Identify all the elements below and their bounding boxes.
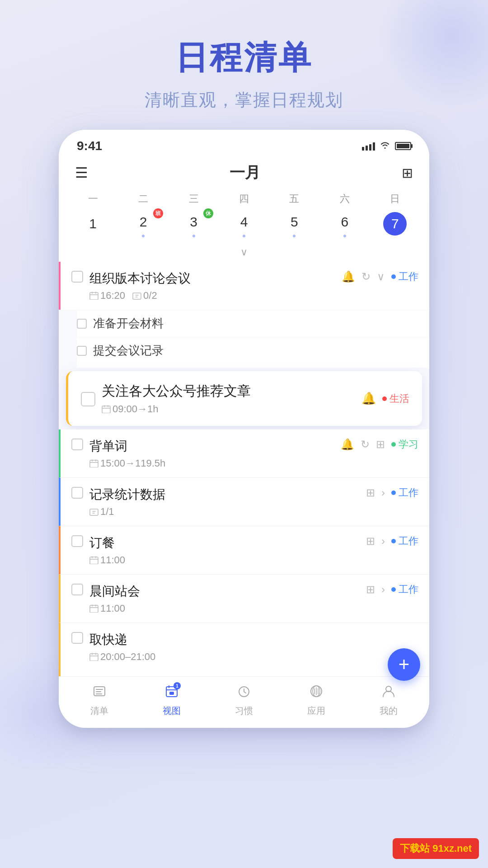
grid-icon-6: ⊞ (366, 583, 375, 596)
task-content-2: 关注各大公众号推荐文章 09:00→1h (102, 382, 355, 415)
task-item-4[interactable]: 记录统计数据 1/1 ⊞ › 工作 (59, 477, 429, 526)
svg-rect-0 (90, 292, 98, 300)
weekdays-row: 一 二 三 四 五 六 日 (59, 190, 429, 208)
watermark-highlight: 下载站 (400, 843, 430, 854)
expand-icon[interactable]: ∨ (377, 270, 385, 283)
nav-label-list: 清单 (90, 705, 108, 717)
nav-item-profile[interactable]: 我的 (366, 684, 411, 717)
alarm-icon-2: 🔔 (361, 392, 376, 406)
task-title-5: 订餐 (89, 534, 360, 552)
nav-item-habit[interactable]: 习惯 (221, 684, 267, 717)
status-icons (362, 140, 411, 152)
nav-label-habit: 习惯 (235, 705, 253, 717)
nav-item-view[interactable]: 1 视图 (149, 684, 194, 717)
grid-icon-4: ⊞ (366, 486, 375, 499)
task-meta-7: 20:00–21:00 (89, 651, 418, 663)
alarm-icon: 🔔 (342, 270, 355, 283)
task-content-7: 取快递 20:00–21:00 (89, 631, 418, 663)
weekday-tue: 二 (118, 190, 168, 208)
svg-rect-3 (90, 460, 98, 467)
weekday-mon: 一 (68, 190, 118, 208)
task-actions-1: 🔔 ↻ ∨ 工作 (342, 270, 418, 283)
dates-row: 1 2 班 3 休 4 5 6 7 (59, 208, 429, 245)
task-title-6: 晨间站会 (89, 583, 360, 600)
task-item-3[interactable]: 背单词 15:00→119.5h 🔔 ↻ ⊞ 学习 (59, 429, 429, 477)
task-meta-1: 16:20 0/2 (89, 290, 335, 302)
task-item-7[interactable]: 取快递 20:00–21:00 + (59, 623, 429, 676)
task-meta-2: 09:00→1h (102, 403, 355, 415)
task-title-3: 背单词 (89, 438, 334, 455)
weekday-fri: 五 (269, 190, 319, 208)
nav-badge-count: 1 (174, 682, 181, 689)
task-list: 组织版本讨论会议 16:20 0/2 🔔 ↻ (59, 262, 429, 676)
task-checkbox-1[interactable] (71, 271, 83, 283)
date-6[interactable]: 6 (319, 208, 370, 240)
date-4[interactable]: 4 (219, 208, 269, 240)
task-meta-3: 15:00→119.5h (89, 458, 334, 469)
date-7[interactable]: 7 (370, 209, 420, 238)
task-title-1: 组织版本讨论会议 (89, 270, 335, 287)
date-2[interactable]: 2 班 (118, 208, 168, 240)
subtask-checkbox[interactable] (77, 346, 87, 356)
task-title-7: 取快递 (89, 631, 418, 648)
task-actions-3: 🔔 ↻ ⊞ 学习 (341, 438, 418, 451)
task-checkbox-5[interactable] (71, 535, 83, 547)
task-checkbox-2[interactable] (81, 392, 95, 406)
task-content-1: 组织版本讨论会议 16:20 0/2 (89, 270, 335, 302)
task-checkbox-7[interactable] (71, 632, 83, 644)
task-title-2: 关注各大公众号推荐文章 (102, 382, 355, 401)
task-content-5: 订餐 11:00 (89, 534, 360, 566)
svg-rect-10 (169, 692, 174, 695)
subtask-1-1[interactable]: 准备开会材料 (77, 310, 429, 337)
task-actions-5: ⊞ › 工作 (366, 534, 418, 548)
wifi-icon (380, 140, 390, 152)
badge-rest: 休 (203, 208, 213, 218)
date-1[interactable]: 1 (68, 209, 118, 238)
menu-icon[interactable]: ☰ (75, 164, 88, 181)
subtask-title: 提交会议记录 (93, 343, 164, 359)
nav-label-apps: 应用 (307, 705, 325, 717)
nav-item-list[interactable]: 清单 (77, 684, 122, 717)
task-checkbox-6[interactable] (71, 584, 83, 595)
calendar-header: ☰ 一月 ⊞ (59, 158, 429, 190)
task-checkbox-4[interactable] (71, 487, 83, 499)
list-icon (92, 684, 107, 702)
arrow-icon-5[interactable]: › (381, 535, 385, 547)
subtask-1-2[interactable]: 提交会议记录 (77, 337, 429, 364)
grid-icon-3: ⊞ (376, 438, 385, 451)
arrow-icon-6[interactable]: › (381, 583, 385, 596)
task-item-2-highlight[interactable]: 关注各大公众号推荐文章 09:00→1h 🔔 生活 (66, 371, 422, 426)
task-title-4: 记录统计数据 (89, 486, 360, 503)
date-3[interactable]: 3 休 (169, 208, 219, 240)
task-content-4: 记录统计数据 1/1 (89, 486, 360, 518)
nav-item-apps[interactable]: 应用 (294, 684, 339, 717)
task-item-1[interactable]: 组织版本讨论会议 16:20 0/2 🔔 ↻ (59, 262, 429, 310)
watermark: 下载站 91xz.net (393, 838, 479, 859)
weekday-sun: 日 (370, 190, 420, 208)
date-dot (142, 235, 145, 237)
task-item-6[interactable]: 晨间站会 11:00 ⊞ › 工作 (59, 574, 429, 623)
grid-view-icon[interactable]: ⊞ (402, 165, 413, 181)
clock-icon (237, 684, 251, 702)
task-meta-5: 11:00 (89, 554, 360, 566)
apps-icon (309, 684, 324, 702)
signal-icon (362, 142, 375, 151)
weekday-wed: 三 (169, 190, 219, 208)
weekday-thu: 四 (219, 190, 269, 208)
subtask-checkbox[interactable] (77, 319, 87, 329)
svg-rect-2 (102, 406, 110, 413)
subtask-list-1: 准备开会材料 提交会议记录 (77, 310, 429, 368)
fab-plus-icon: + (399, 654, 410, 675)
task-checkbox-3[interactable] (71, 439, 83, 450)
task-content-6: 晨间站会 11:00 (89, 583, 360, 614)
calendar-icon: 1 (164, 684, 179, 702)
repeat-icon: ↻ (361, 270, 371, 283)
date-5[interactable]: 5 (269, 208, 319, 240)
task-content-3: 背单词 15:00→119.5h (89, 438, 334, 469)
task-item-5[interactable]: 订餐 11:00 ⊞ › 工作 (59, 526, 429, 574)
fab-add-button[interactable]: + (388, 648, 420, 681)
svg-rect-4 (90, 509, 98, 515)
arrow-icon-4[interactable]: › (381, 486, 385, 499)
grid-icon-5: ⊞ (366, 535, 375, 547)
expand-arrow[interactable]: ∨ (59, 245, 429, 262)
